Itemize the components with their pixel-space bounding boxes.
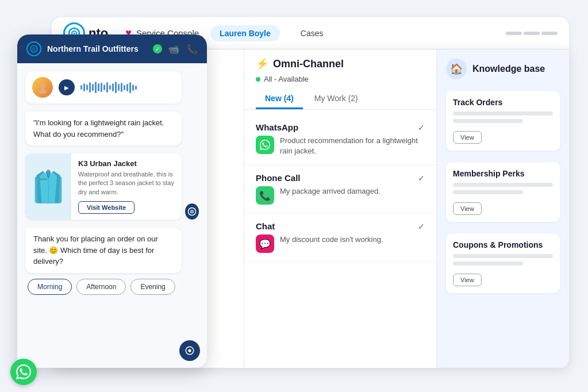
omni-item-content-whatsapp: Product recommendation for a lightweight… (256, 136, 425, 156)
status-text: All - Available (264, 75, 309, 83)
svg-point-5 (40, 83, 45, 89)
status-row: All - Available (256, 75, 425, 83)
evening-button[interactable]: Evening (130, 279, 175, 295)
kb-header: 🏠 Knowledge base (446, 59, 560, 79)
kb-card-title-track: Track Orders (453, 98, 553, 107)
svg-point-6 (39, 89, 47, 94)
tab-dot-3 (541, 32, 558, 35)
chat-icon: 💬 (256, 235, 274, 253)
omni-item-whatsapp[interactable]: WhatsApp ✓ Product recommendation for a … (244, 114, 436, 165)
phone-call-icon[interactable]: 📞 (186, 44, 198, 55)
chevron-phone: ✓ (418, 174, 425, 183)
green-dot (256, 77, 260, 82)
kb-card-title-coupons: Coupons & Promotions (453, 240, 553, 249)
wave-11 (109, 85, 111, 90)
omni-title: ⚡ Omni-Channel (256, 57, 425, 70)
kb-line-2 (453, 119, 523, 123)
waveform (80, 82, 175, 93)
morning-button[interactable]: Morning (28, 279, 72, 295)
visit-website-button[interactable]: Visit Website (78, 201, 134, 214)
wave-6 (95, 82, 97, 93)
quote-bubble: "I'm looking for a lightweight rain jack… (25, 112, 182, 145)
user-avatar (32, 77, 53, 98)
coupons-view-btn[interactable]: View (453, 274, 482, 286)
chevron-chat: ✓ (418, 222, 425, 231)
whatsapp-message: Product recommendation for a lightweight… (280, 136, 425, 156)
phone-message: My package arrived damaged. (280, 186, 381, 197)
wave-1 (80, 85, 82, 90)
wave-12 (112, 83, 114, 91)
kb-line-3 (453, 183, 553, 187)
refresh-fab[interactable] (179, 340, 200, 361)
svg-point-4 (33, 48, 35, 50)
chevron-whatsapp: ✓ (418, 123, 425, 132)
omni-tabs-row: New (4) My Work (2) (256, 89, 425, 109)
product-info: K3 Urban Jacket Waterproof and breathabl… (71, 153, 182, 220)
kb-card-track-orders: Track Orders View (446, 91, 560, 151)
kb-line-6 (453, 262, 523, 266)
video-icon[interactable]: 📹 (168, 44, 179, 55)
svg-point-12 (191, 211, 193, 212)
svg-point-2 (74, 32, 75, 34)
tab-new[interactable]: New (4) (256, 89, 303, 109)
wave-7 (98, 83, 99, 91)
chat-message: My discount code isn't working. (280, 235, 383, 245)
kb-card-title-membership: Membership Perks (453, 169, 553, 178)
kb-panel: 🏠 Knowledge base Track Orders View Membe… (437, 49, 569, 368)
channel-name-chat: Chat (256, 221, 275, 231)
wave-2 (83, 83, 85, 91)
kb-line-5 (453, 254, 553, 258)
svg-point-14 (188, 349, 191, 352)
wave-20 (135, 86, 137, 90)
tab-dots (506, 32, 558, 35)
play-button[interactable]: ▶ (59, 79, 75, 95)
omni-item-content-chat: 💬 My discount code isn't working. (256, 235, 425, 253)
tab-lauren-boyle[interactable]: Lauren Boyle (210, 25, 280, 41)
omni-item-header-chat: Chat ✓ (256, 221, 425, 231)
chat-float-panel: Northern Trail Outfitters ✓ 📹 📞 ▶ (17, 34, 207, 368)
whatsapp-icon (256, 136, 274, 154)
kb-title-text: Knowledge base (472, 64, 545, 74)
product-image (25, 153, 71, 220)
whatsapp-fab[interactable] (10, 359, 37, 385)
wave-15 (121, 83, 122, 92)
svg-rect-8 (40, 178, 47, 180)
wave-8 (101, 83, 102, 92)
wave-4 (89, 82, 91, 93)
wave-9 (103, 84, 105, 90)
chat-float-header: Northern Trail Outfitters ✓ 📹 📞 (17, 34, 207, 63)
voice-bubble: ▶ (25, 71, 182, 103)
membership-view-btn[interactable]: View (453, 202, 482, 215)
kb-line-1 (453, 112, 553, 116)
product-name: K3 Urban Jacket (78, 159, 175, 168)
track-orders-view-btn[interactable]: View (453, 131, 482, 144)
omni-item-phone[interactable]: Phone Call ✓ 📞 My package arrived damage… (244, 165, 436, 213)
time-options: Morning Afternoon Evening (25, 279, 199, 295)
chat-company-name: Northern Trail Outfitters (47, 44, 147, 53)
wave-5 (92, 84, 94, 91)
omni-list: WhatsApp ✓ Product recommendation for a … (244, 110, 436, 368)
phone-icon: 📞 (256, 186, 274, 205)
tab-mywork[interactable]: My Work (2) (305, 89, 367, 109)
kb-card-coupons: Coupons & Promotions View (446, 233, 560, 293)
wave-19 (132, 84, 134, 91)
wave-10 (106, 82, 108, 93)
omni-panel: ⚡ Omni-Channel All - Available New (4) M… (244, 49, 437, 368)
afternoon-button[interactable]: Afternoon (76, 279, 126, 295)
wave-3 (86, 84, 88, 90)
wave-18 (129, 82, 131, 93)
delivery-section: Thank you for placing an order on our si… (25, 228, 199, 295)
channel-name-phone: Phone Call (256, 173, 301, 183)
tab-cases[interactable]: Cases (291, 25, 333, 41)
header-icons: 📹 📞 (168, 44, 198, 55)
kb-card-membership: Membership Perks View (446, 162, 560, 222)
channel-name-whatsapp: WhatsApp (256, 122, 298, 132)
tab-dot-2 (524, 32, 540, 35)
omni-item-chat[interactable]: Chat ✓ 💬 My discount code isn't working. (244, 213, 436, 262)
omni-item-header-whatsapp: WhatsApp ✓ (256, 122, 425, 132)
svg-point-3 (30, 45, 37, 52)
tab-dot-1 (506, 32, 522, 35)
delivery-bubble: Thank you for placing an order on our si… (25, 228, 182, 273)
wave-13 (115, 82, 117, 93)
omni-item-content-phone: 📞 My package arrived damaged. (256, 186, 425, 205)
